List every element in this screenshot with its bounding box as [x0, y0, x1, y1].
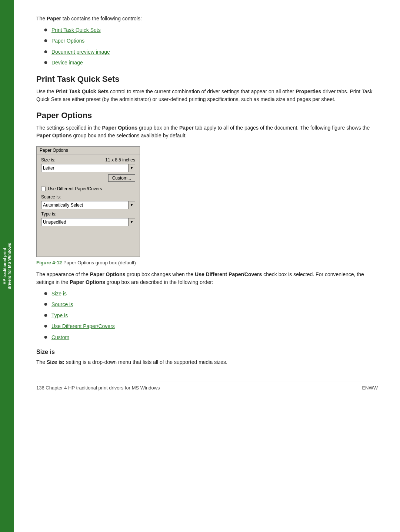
section1-mid: control to store the current combination… [109, 88, 296, 94]
bottom-link-list: ● Size is ● Source is ● Type is ● Use Di… [44, 290, 378, 341]
section1-bold2: Properties [296, 88, 321, 94]
bullet-dot: ● [44, 289, 48, 298]
sidebar-line2: drivers for MS Windows [7, 243, 11, 289]
list-item: ● Size is [44, 290, 378, 298]
section1-pre: Use the [36, 88, 56, 94]
footer-chapter: Chapter 4 HP traditional print drivers f… [46, 385, 160, 391]
bullet-dot: ● [44, 311, 48, 319]
link-paper-options[interactable]: Paper Options [51, 37, 85, 45]
bullet-dot: ● [44, 322, 48, 330]
appearance-paragraph: The appearance of the Paper Options grou… [36, 271, 378, 286]
s2-bold3: Paper Options [36, 133, 72, 138]
link-document-preview[interactable]: Document preview image [51, 48, 110, 56]
s2-pre: The settings specified in the [36, 125, 102, 131]
app-end: group box are described in the following… [105, 279, 213, 285]
section1-bold1: Print Task Quick Sets [56, 88, 109, 94]
source-dropdown-arrow-icon[interactable]: ▼ [128, 201, 135, 209]
dialog-size-label: Size is: [41, 157, 56, 163]
dialog-type-row: Type is: [41, 211, 135, 217]
dialog-letter-dropdown[interactable]: Letter ▼ [41, 164, 135, 172]
section2-body: The settings specified in the Paper Opti… [36, 124, 378, 140]
footer-page: 136 [36, 385, 44, 391]
custom-button[interactable]: Custom... [108, 174, 135, 182]
link-print-task-quick-sets[interactable]: Print Task Quick Sets [51, 26, 101, 34]
subsection-heading: Size is [36, 349, 378, 355]
sidebar-line1: HP traditional print [2, 248, 7, 284]
intro-text-pre: The [36, 16, 47, 21]
intro-text-post: tab contains the following controls: [61, 16, 142, 21]
dialog-body: Size is: 11 x 8.5 inches Letter ▼ Custom… [37, 154, 140, 257]
dialog-source-label: Source is: [41, 194, 61, 200]
dialog-empty-space [41, 228, 135, 251]
list-item: ● Print Task Quick Sets [44, 26, 378, 34]
link-size-is[interactable]: Size is [51, 290, 67, 298]
top-link-list: ● Print Task Quick Sets ● Paper Options … [44, 26, 378, 67]
list-item: ● Source is [44, 301, 378, 308]
dialog-title: Paper Options [37, 147, 140, 154]
section1-body: Use the Print Task Quick Sets control to… [36, 88, 378, 103]
bullet-dot: ● [44, 47, 48, 56]
link-type-is[interactable]: Type is [51, 312, 68, 319]
figure-caption: Figure 4-12 Paper Options group box (def… [36, 259, 378, 267]
s2-bold1: Paper Options [102, 125, 137, 131]
bullet-dot: ● [44, 300, 48, 308]
app-bold2: Use Different Paper/Covers [195, 271, 262, 277]
dialog-custom-row: Custom... [41, 174, 135, 184]
list-item: ● Document preview image [44, 48, 378, 56]
subsection-body: The Size is: setting is a drop-down menu… [36, 358, 378, 366]
s2-end: group box and the selections available b… [72, 133, 187, 138]
bullet-dot: ● [44, 26, 48, 34]
main-content: The Paper tab contains the following con… [14, 0, 400, 532]
list-item: ● Device image [44, 59, 378, 67]
type-dropdown-arrow-icon[interactable]: ▼ [128, 218, 135, 226]
dialog-type-label: Type is: [41, 211, 56, 217]
app-mid: group box changes when the [125, 271, 195, 277]
link-device-image[interactable]: Device image [51, 59, 83, 67]
list-item: ● Custom [44, 334, 378, 341]
dialog-source-dropdown[interactable]: Automatically Select ▼ [41, 201, 135, 209]
paper-options-dialog: Paper Options Size is: 11 x 8.5 inches L… [36, 146, 140, 257]
footer-right: ENWW [362, 385, 378, 391]
dialog-letter-text: Letter [41, 165, 128, 171]
app-bold3: Paper Options [70, 279, 105, 285]
dialog-source-row: Source is: [41, 194, 135, 200]
dropdown-arrow-icon[interactable]: ▼ [128, 164, 135, 172]
checkbox-label: Use Different Paper/Covers [48, 186, 102, 191]
list-item: ● Type is [44, 312, 378, 319]
footer-page-chapter: 136 Chapter 4 HP traditional print drive… [36, 385, 160, 391]
sub-bold: Size is: [47, 359, 64, 365]
list-item: ● Paper Options [44, 37, 378, 45]
figure-label: Figure 4-12 [36, 260, 62, 265]
list-item: ● Use Different Paper/Covers [44, 322, 378, 330]
link-source-is[interactable]: Source is [51, 301, 73, 308]
app-pre: The appearance of the [36, 271, 90, 277]
dialog-type-text: Unspecified [41, 219, 128, 225]
sidebar: HP traditional print drivers for MS Wind… [0, 0, 14, 532]
s2-bold2: Paper [179, 125, 194, 131]
section2-heading: Paper Options [36, 111, 378, 120]
page-footer: 136 Chapter 4 HP traditional print drive… [36, 381, 378, 391]
dialog-title-text: Paper Options [40, 148, 68, 153]
link-custom[interactable]: Custom [51, 334, 69, 341]
dialog-source-text: Automatically Select [41, 202, 128, 208]
dialog-size-value: 11 x 8.5 inches [105, 157, 135, 163]
figure-caption-text: Paper Options group box (default) [62, 260, 136, 265]
intro-paragraph: The Paper tab contains the following con… [36, 15, 378, 23]
app-bold1: Paper Options [90, 271, 126, 277]
section1-heading: Print Task Quick Sets [36, 74, 378, 84]
bullet-dot: ● [44, 58, 48, 67]
bullet-dot: ● [44, 333, 48, 341]
sidebar-label: HP traditional print drivers for MS Wind… [2, 243, 12, 289]
sub-post: setting is a drop-down menu that lists a… [64, 359, 227, 365]
s2-mid: group box on the [137, 125, 179, 131]
dialog-size-row: Size is: 11 x 8.5 inches [41, 157, 135, 163]
dialog-type-dropdown[interactable]: Unspecified ▼ [41, 218, 135, 226]
use-different-paper-checkbox[interactable] [41, 187, 46, 191]
link-use-different-paper[interactable]: Use Different Paper/Covers [51, 322, 115, 330]
bullet-dot: ● [44, 36, 48, 45]
s2-post: tab apply to all of the pages of the doc… [194, 125, 370, 131]
intro-bold: Paper [47, 16, 61, 21]
dialog-checkbox-row[interactable]: Use Different Paper/Covers [41, 186, 135, 191]
sub-pre: The [36, 359, 47, 365]
